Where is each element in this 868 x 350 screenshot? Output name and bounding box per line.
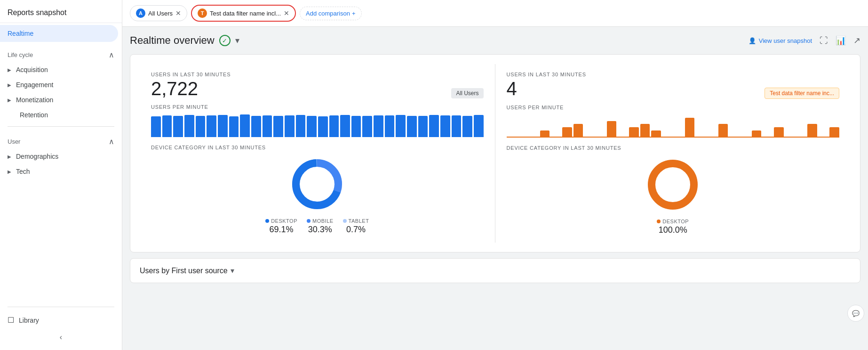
sidebar-item-engagement[interactable]: ▶ Engagement (0, 77, 122, 92)
view-snapshot-label: View user snapshot (759, 37, 812, 44)
test-filter-label: USERS IN LAST 30 MINUTES (507, 72, 840, 77)
all-users-tag: All Users (451, 88, 483, 98)
sidebar-section-lifecycle[interactable]: Life cycle ∧ (0, 44, 122, 62)
floating-chat-button[interactable]: 💬 (847, 305, 864, 322)
tab-test-filter[interactable]: T Test data filter name incl... ✕ (191, 5, 296, 22)
arrow-right-icon: ▶ (8, 82, 11, 88)
bar (462, 116, 472, 137)
bar (184, 115, 194, 137)
test-filter-value: 4 (507, 79, 517, 98)
all-users-donut-svg (289, 156, 345, 212)
legend-mobile-value: 30.3% (308, 225, 332, 235)
share-icon[interactable]: ↗ (853, 35, 860, 46)
page-header: Realtime overview ✓ ▾ 👤 View user snapsh… (130, 34, 860, 47)
sidebar-item-acquisition[interactable]: ▶ Acquisition (0, 62, 122, 77)
bar (718, 124, 728, 137)
legend-desktop-blue: DESKTOP 69.1% (265, 218, 297, 235)
all-users-value: 2,722 (151, 79, 198, 98)
bar (340, 115, 350, 137)
sidebar-collapse-button[interactable]: ‹ (0, 329, 122, 345)
bar (407, 116, 417, 137)
bar (318, 116, 328, 137)
chart-icon[interactable]: 📊 (836, 35, 846, 46)
chat-icon: 💬 (852, 310, 860, 317)
test-filter-value-row: 4 Test data filter name inc... (507, 79, 840, 99)
legend-tablet-label: TABLET (343, 218, 369, 224)
bar (240, 114, 250, 137)
bar (540, 130, 550, 137)
bar (207, 115, 216, 137)
second-card: Users by First user source ▾ (130, 258, 860, 283)
all-users-value-row: 2,722 All Users (151, 79, 484, 98)
bar (251, 116, 261, 137)
sidebar-section-user[interactable]: User ∧ (0, 130, 122, 149)
bar (263, 115, 272, 137)
legend-tablet-value: 0.7% (346, 225, 366, 235)
test-filter-device-label: DEVICE CATEGORY IN LAST 30 MINUTES (507, 145, 840, 151)
user-snapshot-icon: 👤 (749, 37, 756, 44)
bar (285, 115, 295, 137)
tab-all-users-close[interactable]: ✕ (175, 10, 181, 16)
page-title-row: Realtime overview ✓ ▾ (130, 34, 239, 47)
sidebar-item-acquisition-label: Acquisition (16, 66, 48, 73)
legend-dot-desktop-blue (265, 219, 269, 223)
add-comparison-label: Add comparison (306, 10, 350, 17)
legend-desktop-orange-label: DESKTOP (657, 219, 689, 224)
add-comparison-button[interactable]: Add comparison + (300, 7, 362, 20)
second-card-title: Users by First user source (140, 267, 228, 275)
legend-desktop-value: 69.1% (270, 225, 294, 235)
legend-desktop-label: DESKTOP (265, 218, 297, 224)
legend-dot-desktop-orange (657, 220, 661, 223)
test-filter-per-minute-label: USERS PER MINUTE (507, 105, 840, 110)
bar (273, 116, 283, 137)
bar (329, 115, 339, 137)
sidebar-item-retention[interactable]: Retention (0, 107, 122, 122)
bar (196, 116, 206, 137)
legend-desktop-orange: DESKTOP 100.0% (657, 219, 689, 235)
bar (807, 124, 817, 137)
chevron-up-icon: ∧ (109, 50, 114, 59)
legend-mobile-label: MOBILE (307, 218, 334, 224)
tab-test-filter-close[interactable]: ✕ (284, 10, 289, 16)
all-users-label: USERS IN LAST 30 MINUTES (151, 72, 484, 77)
sidebar-item-demographics-label: Demographics (16, 153, 58, 160)
bar (229, 116, 239, 137)
sidebar-library[interactable]: ☐ Library (0, 311, 122, 329)
dropdown-arrow-icon[interactable]: ▾ (235, 35, 239, 46)
sidebar-section-user-label: User (8, 138, 20, 145)
expand-icon[interactable]: ⛶ (820, 36, 828, 46)
all-users-per-minute-label: USERS PER MINUTE (151, 104, 484, 110)
bar (351, 116, 361, 137)
sidebar-divider-bottom (8, 307, 114, 307)
tab-all-users[interactable]: A All Users ✕ (130, 5, 187, 21)
view-snapshot-button[interactable]: 👤 View user snapshot (749, 37, 812, 44)
tab-all-users-label: All Users (148, 10, 173, 17)
content-area: Realtime overview ✓ ▾ 👤 View user snapsh… (122, 27, 868, 350)
sidebar-item-realtime[interactable]: Realtime (0, 25, 118, 42)
folder-icon: ☐ (8, 316, 14, 325)
dropdown-arrow-source-icon[interactable]: ▾ (231, 266, 234, 275)
bar (440, 115, 450, 137)
bar (151, 116, 161, 137)
bar (651, 130, 661, 137)
sidebar-divider (8, 126, 114, 127)
header-actions: 👤 View user snapshot ⛶ 📊 ↗ (749, 35, 860, 46)
tab-all-users-avatar: A (136, 8, 145, 18)
test-filter-tag: Test data filter name inc... (764, 88, 839, 99)
sidebar-title: Reports snapshot (0, 0, 122, 23)
sidebar: Reports snapshot Realtime Life cycle ∧ ▶… (0, 0, 122, 350)
bar (452, 115, 462, 137)
sidebar-item-demographics[interactable]: ▶ Demographics (0, 149, 122, 164)
all-users-legend: DESKTOP 69.1% MOBILE 30.3% (265, 218, 369, 235)
page-title: Realtime overview (130, 34, 215, 47)
sidebar-item-monetization[interactable]: ▶ Monetization (0, 92, 122, 107)
sidebar-item-tech[interactable]: ▶ Tech (0, 164, 122, 179)
plus-icon: + (352, 10, 356, 17)
all-users-bar-chart (151, 114, 484, 137)
legend-dot-tablet (343, 219, 347, 223)
bar (629, 127, 639, 137)
arrow-right-icon-demo: ▶ (8, 154, 11, 159)
bar (774, 127, 784, 137)
test-filter-panel: USERS IN LAST 30 MINUTES 4 Test data fil… (495, 64, 851, 243)
status-icon: ✓ (219, 35, 231, 46)
